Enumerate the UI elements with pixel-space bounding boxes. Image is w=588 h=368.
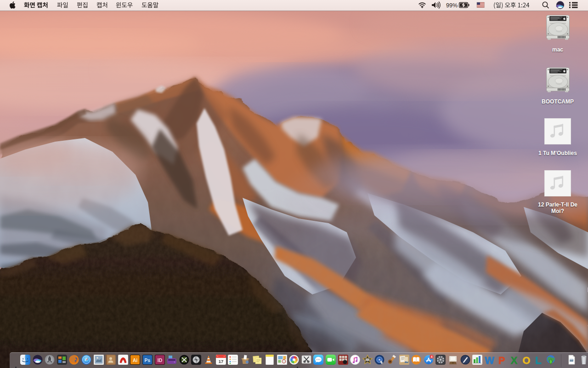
svg-text:17: 17 xyxy=(218,359,223,364)
svg-text:Ai: Ai xyxy=(133,357,138,363)
svg-text:L: L xyxy=(535,355,541,365)
svg-text:Ps: Ps xyxy=(145,357,151,363)
svg-text:O: O xyxy=(522,355,530,365)
svg-text:P: P xyxy=(498,355,505,365)
svg-text:ID: ID xyxy=(157,357,162,363)
svg-text:99%: 99% xyxy=(446,2,458,9)
svg-text:4: 4 xyxy=(430,355,432,358)
svg-text:W: W xyxy=(485,355,494,365)
svg-text:X: X xyxy=(511,355,518,365)
